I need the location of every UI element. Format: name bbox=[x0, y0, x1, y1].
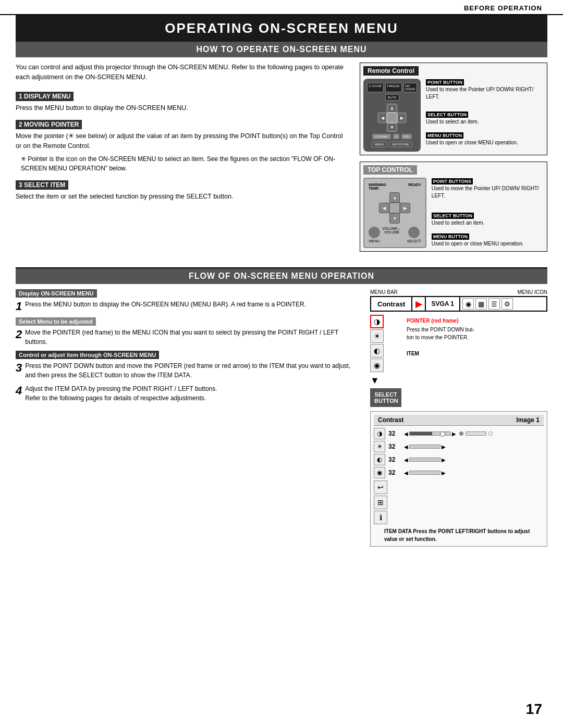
data-icon-1: ◑ bbox=[374, 428, 385, 439]
remote-sim: D.ZOOM FREEZE NO SHOW MUTE ▲ bbox=[363, 79, 544, 152]
data-icon-3: ◐ bbox=[374, 454, 385, 465]
flow-step3-text: Press the POINT DOWN button and move the… bbox=[25, 361, 360, 380]
menu-icon-4: ⚙ bbox=[501, 298, 513, 310]
section2-content: Display ON-SCREEN MENU 1 Press the MENU … bbox=[16, 284, 547, 552]
data-val-3: 32 bbox=[388, 456, 401, 463]
section1-left: You can control and adjust this projecto… bbox=[16, 63, 349, 258]
extra-icons: ↩ ⊞ ℹ bbox=[374, 480, 544, 524]
point-button-text: Used to move the Pointer UP/ DOWN/ RIGHT… bbox=[426, 87, 533, 100]
data-header-left: Contrast bbox=[378, 416, 403, 424]
menu-icon-2: ▦ bbox=[475, 298, 487, 310]
section1-header: HOW TO OPERATE ON-SCREEN MENU bbox=[16, 42, 547, 57]
pointer-note: POINTER (red frame) Press the POINT DOWN… bbox=[407, 315, 474, 407]
point-button-label: POINT BUTTON bbox=[426, 79, 464, 85]
flow-step4-text1: Adjust the ITEM DATA by pressing the POI… bbox=[25, 384, 217, 393]
menu-item-2: ☀ bbox=[370, 329, 401, 343]
menu-button-label: MENU BUTTON bbox=[426, 132, 463, 139]
tc-menu-button-label: MENU BUTTON bbox=[432, 233, 469, 240]
top-control-diagram: TOP CONTROL WARNINGTEMP. READY ▲ bbox=[360, 162, 547, 252]
item-data-note: ITEM DATA Press the POINT LEFT/RIGHT but… bbox=[384, 527, 544, 543]
data-val-1: 32 bbox=[388, 430, 401, 437]
step2-note: ✳ Pointer is the icon on the ON-SCREEN M… bbox=[21, 154, 349, 173]
flow-num3: 3 bbox=[16, 361, 22, 375]
flow-step1-text: Press the MENU button to display the ON-… bbox=[25, 300, 306, 309]
data-row-4: ◉ 32 ◀ ▶ bbox=[374, 467, 544, 478]
intro-text: You can control and adjust this projecto… bbox=[16, 63, 349, 82]
section1-content: You can control and adjust this projecto… bbox=[16, 57, 547, 263]
tc-select-button-text: Used to select an item. bbox=[432, 220, 485, 226]
menu-bar-area: MENU BAR MENU ICON Contrast ▶ SVGA 1 ◉ ▦… bbox=[370, 289, 547, 547]
flow-step1-header: Display ON-SCREEN MENU bbox=[16, 289, 97, 298]
menu-bar-pointer-sym: ▶ bbox=[412, 297, 426, 311]
select-button-label: SELECT BUTTON bbox=[426, 112, 468, 118]
remote-control-diagram: Remote Control D.ZOOM FREEZE NO SHOW MUT… bbox=[360, 63, 547, 155]
select-button[interactable]: SELECT BUTTON bbox=[370, 388, 401, 407]
data-row-2: ☀ 32 ◀ ▶ bbox=[374, 441, 544, 452]
menu-bar-contrast: Contrast bbox=[371, 297, 412, 311]
data-icon-2: ☀ bbox=[374, 441, 385, 452]
point-buttons-label: POINT BUTTONS bbox=[432, 178, 473, 184]
step3-header: 3 SELECT ITEM bbox=[16, 180, 68, 190]
menu-button-text: Used to open or close MENU operation. bbox=[426, 140, 518, 145]
data-val-2: 32 bbox=[388, 443, 401, 450]
data-icon-4: ◉ bbox=[374, 467, 385, 478]
section2-header: FLOW OF ON-SCREEN MENU OPERATION bbox=[16, 268, 547, 284]
step2-text: Move the pointer (✳ see below) or adjust… bbox=[16, 131, 349, 151]
step1-text: Press the MENU button to display the ON-… bbox=[16, 103, 349, 113]
menu-bar-svga: SVGA 1 bbox=[426, 297, 460, 311]
menu-bar-icons: ◉ ▦ ☰ ⚙ bbox=[460, 297, 515, 311]
menu-items-col: ◑ ☀ ◐ ◉ ▼ bbox=[370, 315, 401, 407]
flow-step4-text2: Refer to the following pages for details… bbox=[25, 393, 217, 403]
top-control-sim: WARNINGTEMP. READY ▲ ▼ ◀ bbox=[363, 178, 544, 248]
data-header-right: Image 1 bbox=[516, 416, 540, 424]
data-slider-1: ◀ ▶ bbox=[404, 431, 493, 437]
flow-step2-header: Select Menu to be adjusted bbox=[16, 317, 96, 326]
menu-item-1: ◑ bbox=[370, 315, 401, 328]
point-buttons-text: Used to move the Pointer UP/ DOWN/ RIGHT… bbox=[432, 186, 539, 199]
data-diagram: Contrast Image 1 ◑ 32 ◀ ▶ bbox=[370, 411, 547, 547]
step2-header: 2 MOVING POINTER bbox=[16, 120, 82, 129]
menu-item-3: ◐ bbox=[370, 344, 401, 357]
top-control-title: TOP CONTROL bbox=[363, 165, 417, 175]
data-row-3: ◐ 32 ◀ ▶ bbox=[374, 454, 544, 465]
step3-text: Select the item or set the selected func… bbox=[16, 192, 349, 202]
flow-num4: 4 bbox=[16, 384, 22, 398]
menu-items-area: ◑ ☀ ◐ ◉ ▼ bbox=[370, 315, 547, 407]
remote-control-title: Remote Control bbox=[363, 66, 419, 76]
tc-select-button-label: SELECT BUTTON bbox=[432, 213, 474, 219]
data-slider-4: ◀ ▶ bbox=[404, 470, 446, 476]
data-row-1: ◑ 32 ◀ ▶ bbox=[374, 428, 544, 439]
menu-bar-label: MENU BAR bbox=[370, 289, 398, 295]
data-val-4: 32 bbox=[388, 469, 401, 476]
section1-right: Remote Control D.ZOOM FREEZE NO SHOW MUT… bbox=[360, 63, 547, 258]
menu-icon-label: MENU ICON bbox=[518, 289, 547, 295]
data-header: Contrast Image 1 bbox=[374, 415, 544, 426]
data-slider-2: ◀ ▶ bbox=[404, 444, 446, 450]
flow-left: Display ON-SCREEN MENU 1 Press the MENU … bbox=[16, 289, 360, 547]
menu-item-4: ◉ bbox=[370, 359, 401, 372]
flow-num2: 2 bbox=[16, 328, 22, 341]
step1-header: 1 DISPLAY MENU bbox=[16, 92, 74, 101]
flow-step2-text: Move the POINTER (red frame) to the MENU… bbox=[25, 328, 360, 347]
data-slider-3: ◀ ▶ bbox=[404, 457, 446, 463]
menu-icon-3: ☰ bbox=[488, 298, 500, 310]
select-button-text: Used to select an item. bbox=[426, 119, 479, 125]
down-arrow: ▼ bbox=[370, 375, 401, 386]
flow-right: MENU BAR MENU ICON Contrast ▶ SVGA 1 ◉ ▦… bbox=[370, 289, 547, 547]
before-operation-header: BEFORE OPERATION bbox=[0, 0, 563, 15]
tc-menu-button-text: Used to open or close MENU operation. bbox=[432, 241, 524, 246]
flow-num1: 1 bbox=[16, 300, 22, 313]
main-title: OPERATING ON-SCREEN MENU bbox=[16, 15, 547, 42]
page-number: 17 bbox=[526, 701, 542, 718]
menu-icon-1: ◉ bbox=[462, 298, 474, 310]
flow-step3-header: Control or adjust item through ON-SCREEN… bbox=[16, 351, 159, 359]
